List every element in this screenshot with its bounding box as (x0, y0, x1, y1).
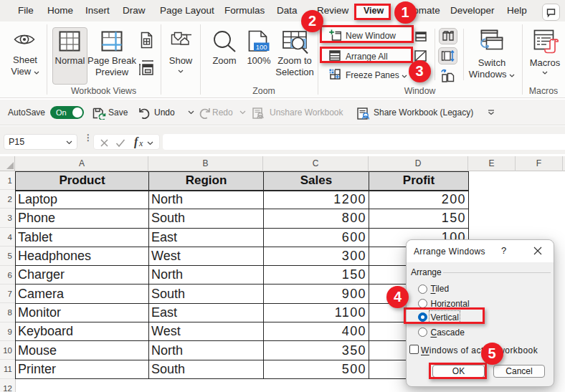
svg-text:100: 100 (256, 43, 267, 51)
